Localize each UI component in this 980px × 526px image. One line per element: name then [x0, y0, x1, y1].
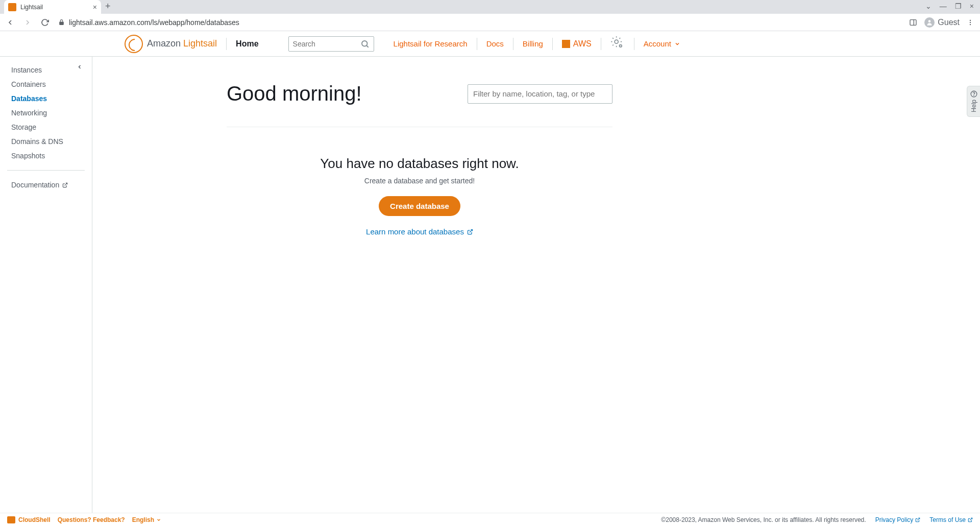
copyright-text: ©2008-2023, Amazon Web Services, Inc. or… [661, 516, 866, 523]
app-header: Amazon Lightsail Home Lightsail for Rese… [0, 31, 980, 57]
divider [7, 170, 85, 171]
divider [226, 38, 227, 50]
tab-close-icon[interactable]: × [93, 3, 97, 11]
empty-state-title: You have no databases right now. [227, 156, 612, 172]
search-input[interactable] [293, 40, 360, 48]
nav-billing[interactable]: Billing [513, 39, 552, 48]
empty-state: You have no databases right now. Create … [227, 156, 612, 236]
new-tab-button[interactable]: + [105, 1, 111, 12]
nav-aws-label: AWS [573, 39, 592, 49]
sidebar-item-storage[interactable]: Storage [0, 120, 92, 134]
window-controls: ⌄ — ❐ × [925, 2, 980, 10]
documentation-label: Documentation [11, 181, 59, 189]
svg-line-10 [65, 183, 67, 185]
brand-logo[interactable]: Amazon Lightsail [125, 35, 217, 53]
nav-aws[interactable]: AWS [553, 39, 601, 49]
tab-dropdown-icon[interactable]: ⌄ [925, 2, 932, 10]
svg-line-7 [366, 45, 368, 47]
tab-favicon [8, 3, 16, 11]
learn-more-label: Learn more about databases [366, 227, 464, 236]
browser-tab[interactable]: Lightsail × [4, 0, 101, 14]
account-dropdown[interactable]: Account [634, 39, 680, 48]
lightsail-logo-icon [125, 35, 143, 53]
search-icon[interactable] [360, 39, 370, 49]
svg-point-8 [615, 40, 618, 43]
avatar-icon [924, 17, 935, 28]
sidebar-item-containers[interactable]: Containers [0, 77, 92, 91]
feedback-link[interactable]: Questions? Feedback? [58, 516, 125, 523]
language-label: English [132, 516, 154, 523]
external-link-icon [915, 517, 920, 522]
external-link-icon [968, 517, 973, 522]
panel-icon[interactable] [909, 18, 917, 27]
kebab-menu-icon[interactable] [967, 19, 974, 26]
privacy-policy-link[interactable]: Privacy Policy [875, 516, 921, 523]
reload-icon[interactable] [41, 18, 49, 27]
external-link-icon [467, 229, 473, 235]
svg-line-14 [917, 518, 920, 520]
svg-line-11 [470, 229, 473, 232]
cloudshell-button[interactable]: CloudShell [7, 516, 51, 523]
back-icon[interactable] [6, 18, 14, 27]
cloudshell-label: CloudShell [18, 516, 51, 523]
sidebar-item-domains[interactable]: Domains & DNS [0, 134, 92, 149]
sidebar-item-databases[interactable]: Databases [0, 91, 92, 106]
guest-label: Guest [938, 18, 960, 27]
language-selector[interactable]: English [132, 516, 161, 523]
help-label: Help [970, 100, 977, 112]
learn-more-link[interactable]: Learn more about databases [366, 227, 473, 236]
svg-point-2 [928, 20, 931, 22]
svg-point-6 [362, 41, 368, 46]
minimize-icon[interactable]: — [940, 2, 947, 10]
svg-point-4 [970, 21, 971, 22]
filter-input[interactable] [468, 84, 612, 104]
settings-button[interactable] [601, 36, 634, 52]
profile-button[interactable]: Guest [924, 17, 960, 28]
footer: CloudShell Questions? Feedback? English … [0, 513, 980, 526]
svg-point-13 [973, 95, 974, 96]
create-database-button[interactable]: Create database [379, 196, 460, 216]
empty-state-subtitle: Create a database and get started! [227, 177, 612, 185]
home-link[interactable]: Home [236, 39, 258, 49]
aws-cube-icon [562, 40, 570, 48]
account-label: Account [644, 39, 671, 48]
search-box[interactable] [288, 36, 374, 52]
browser-tab-strip: Lightsail × + ⌄ — ❐ × [0, 0, 980, 14]
close-window-icon[interactable]: × [970, 2, 974, 10]
lock-icon[interactable] [58, 19, 65, 26]
svg-line-15 [970, 518, 972, 520]
header-nav: Lightsail for Research Docs Billing AWS … [384, 36, 680, 52]
url-text[interactable]: lightsail.aws.amazon.com/ls/webapp/home/… [69, 18, 239, 27]
svg-point-9 [619, 44, 622, 47]
collapse-sidebar-icon[interactable] [77, 64, 83, 70]
chevron-down-icon [156, 517, 161, 522]
tab-title: Lightsail [20, 4, 93, 11]
help-icon [970, 90, 977, 98]
svg-point-5 [970, 23, 971, 25]
brand-text: Amazon Lightsail [147, 38, 217, 49]
chevron-down-icon [674, 41, 680, 47]
help-tab[interactable]: Help [967, 86, 980, 117]
cloudshell-icon [7, 516, 15, 523]
sidebar-item-networking[interactable]: Networking [0, 106, 92, 120]
sidebar-documentation-link[interactable]: Documentation [0, 178, 92, 192]
svg-rect-0 [910, 19, 916, 25]
terms-of-use-link[interactable]: Terms of Use [929, 516, 973, 523]
nav-docs[interactable]: Docs [477, 39, 513, 48]
sidebar: Instances Containers Databases Networkin… [0, 57, 92, 513]
nav-research[interactable]: Lightsail for Research [384, 39, 477, 48]
browser-address-bar: lightsail.aws.amazon.com/ls/webapp/home/… [0, 14, 980, 31]
sidebar-item-snapshots[interactable]: Snapshots [0, 149, 92, 163]
gear-icon [610, 36, 625, 50]
external-link-icon [62, 182, 68, 188]
svg-point-3 [970, 19, 971, 20]
page-title: Good morning! [227, 82, 362, 105]
forward-icon[interactable] [23, 18, 32, 27]
main-content: Good morning! You have no databases righ… [92, 57, 980, 513]
maximize-icon[interactable]: ❐ [955, 2, 962, 10]
